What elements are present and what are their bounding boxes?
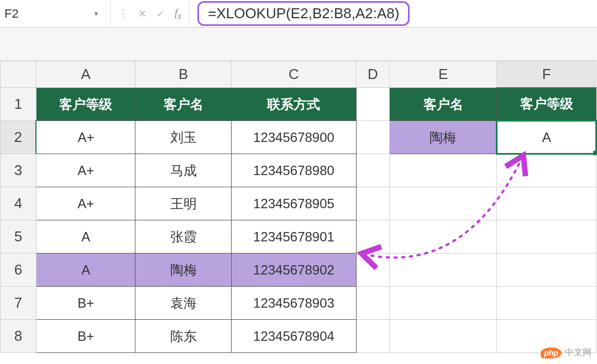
- cell-C2[interactable]: 12345678900: [232, 121, 357, 154]
- col-header-A[interactable]: A: [36, 61, 135, 88]
- col-header-F[interactable]: F: [497, 61, 596, 88]
- formula-input-area[interactable]: =XLOOKUP(E2,B2:B8,A2:A8): [190, 1, 597, 26]
- cell-A4[interactable]: A+: [36, 187, 135, 220]
- row-header-6[interactable]: 6: [1, 254, 36, 287]
- cell-D2[interactable]: [356, 121, 389, 154]
- cell-E5[interactable]: [389, 220, 497, 254]
- watermark-logo: php: [541, 347, 562, 358]
- cell-A5[interactable]: A: [36, 220, 135, 254]
- name-box-value: F2: [4, 7, 93, 21]
- cell-D4[interactable]: [356, 187, 389, 220]
- cell-C6[interactable]: 12345678902: [232, 254, 357, 287]
- watermark-text: 中文网: [565, 347, 591, 358]
- header-lookup-name[interactable]: 客户名: [389, 88, 497, 121]
- cell-A7[interactable]: B+: [36, 287, 135, 320]
- cell-A3[interactable]: A+: [36, 154, 135, 187]
- cell-B6[interactable]: 陶梅: [135, 254, 232, 287]
- cell-B4[interactable]: 王明: [135, 187, 232, 220]
- row-header-7[interactable]: 7: [1, 287, 36, 320]
- cell-D6[interactable]: [356, 254, 389, 287]
- formula-bar-buttons: ⋮ ✕ ✓ fx: [111, 0, 190, 27]
- ribbon-placeholder: [0, 28, 597, 61]
- chevron-down-icon[interactable]: ▼: [93, 10, 100, 18]
- cell-D1[interactable]: [356, 88, 389, 121]
- row-header-5[interactable]: 5: [1, 220, 36, 254]
- cell-E7[interactable]: [389, 287, 497, 320]
- header-grade[interactable]: 客户等级: [36, 88, 135, 121]
- cell-D5[interactable]: [356, 220, 389, 254]
- cell-A6[interactable]: A: [36, 254, 135, 287]
- cell-F2-selected[interactable]: A: [497, 121, 596, 154]
- cell-C4[interactable]: 12345678905: [232, 187, 357, 220]
- row-header-8[interactable]: 8: [1, 320, 36, 353]
- cell-E4[interactable]: [389, 187, 497, 220]
- header-lookup-grade[interactable]: 客户等级: [497, 88, 596, 121]
- cell-C3[interactable]: 12345678980: [232, 154, 357, 187]
- cell-B5[interactable]: 张霞: [135, 220, 232, 254]
- enter-icon[interactable]: ✓: [156, 8, 165, 20]
- cell-C7[interactable]: 12345678903: [232, 287, 357, 320]
- cell-E6[interactable]: [389, 254, 497, 287]
- cell-F4[interactable]: [497, 187, 596, 220]
- cell-B3[interactable]: 马成: [135, 154, 232, 187]
- fx-icon[interactable]: fx: [175, 7, 181, 21]
- row-header-4[interactable]: 4: [1, 187, 36, 220]
- cell-D8[interactable]: [356, 320, 389, 353]
- row-header-3[interactable]: 3: [1, 154, 36, 187]
- dots-icon[interactable]: ⋮: [118, 8, 128, 20]
- header-name[interactable]: 客户名: [135, 88, 232, 121]
- cell-B7[interactable]: 袁海: [135, 287, 232, 320]
- cell-B8[interactable]: 陈东: [135, 320, 232, 353]
- cell-C8[interactable]: 12345678904: [232, 320, 357, 353]
- header-contact[interactable]: 联系方式: [232, 88, 357, 121]
- cancel-icon[interactable]: ✕: [138, 8, 146, 20]
- cell-D3[interactable]: [356, 154, 389, 187]
- grid-table[interactable]: A B C D E F 1 客户等级 客户名 联系方式 客户名 客户等级 2 A…: [0, 61, 597, 353]
- cell-E2[interactable]: 陶梅: [389, 121, 497, 154]
- watermark: php 中文网: [541, 347, 591, 358]
- col-header-C[interactable]: C: [232, 61, 357, 88]
- formula-text: =XLOOKUP(E2,B2:B8,A2:A8): [197, 1, 410, 26]
- cell-F5[interactable]: [497, 220, 596, 254]
- cell-F7[interactable]: [497, 287, 596, 320]
- col-header-B[interactable]: B: [135, 61, 232, 88]
- row-header-1[interactable]: 1: [1, 88, 36, 121]
- select-all-corner[interactable]: [1, 61, 36, 88]
- cell-E8[interactable]: [389, 320, 497, 353]
- col-header-D[interactable]: D: [356, 61, 389, 88]
- formula-bar: F2 ▼ ⋮ ✕ ✓ fx =XLOOKUP(E2,B2:B8,A2:A8): [0, 0, 597, 28]
- name-box[interactable]: F2 ▼: [0, 0, 111, 27]
- row-header-2[interactable]: 2: [1, 121, 36, 154]
- cell-A2[interactable]: A+: [36, 121, 135, 154]
- cell-A8[interactable]: B+: [36, 320, 135, 353]
- col-header-E[interactable]: E: [389, 61, 497, 88]
- cell-D7[interactable]: [356, 287, 389, 320]
- cell-B2[interactable]: 刘玉: [135, 121, 232, 154]
- spreadsheet: A B C D E F 1 客户等级 客户名 联系方式 客户名 客户等级 2 A…: [0, 61, 597, 353]
- cell-E3[interactable]: [389, 154, 497, 187]
- cell-C5[interactable]: 12345678901: [232, 220, 357, 254]
- cell-F3[interactable]: [497, 154, 596, 187]
- cell-F6[interactable]: [497, 254, 596, 287]
